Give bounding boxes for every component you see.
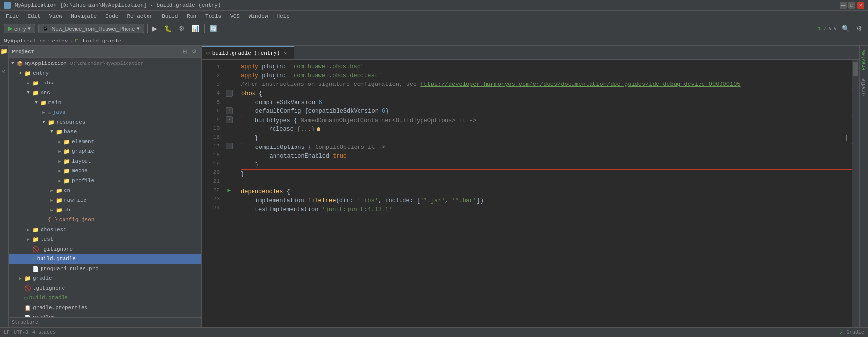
maximize-button[interactable]: □ — [848, 2, 855, 9]
sync-button[interactable]: 🔄 — [208, 24, 219, 33]
fold-ohos[interactable] — [226, 90, 233, 97]
tree-item-gradlew[interactable]: ▶ 📄 gradlew — [9, 313, 201, 317]
tree-item-gradle-folder[interactable]: ▶ 📁 gradle — [9, 274, 201, 283]
fold-buildtypes[interactable] — [226, 116, 233, 123]
close-button[interactable]: ✕ — [857, 2, 864, 9]
code-ohos-4: ohos — [241, 89, 255, 98]
menu-vcs[interactable]: VCS — [226, 12, 244, 20]
tree-item-resources[interactable]: ▼ 📁 resources — [9, 117, 201, 127]
menu-tools[interactable]: Tools — [201, 12, 225, 20]
editor-tab-build-gradle[interactable]: ⚙ build.gradle (:entry) ✕ — [202, 46, 294, 59]
search-everywhere-button[interactable]: 🔍 — [840, 24, 851, 33]
tree-item-build-gradle-entry[interactable]: ▶ ⚙ build.gradle — [9, 254, 201, 264]
collapse-all-button[interactable]: ≡ — [173, 48, 179, 55]
expand-all-button[interactable]: ⊞ — [181, 48, 189, 55]
menu-window[interactable]: Window — [245, 12, 272, 20]
line-num-16: 16 — [202, 133, 224, 142]
resources-folder-icon: 📁 — [48, 119, 55, 126]
build-button[interactable]: ⚙ — [177, 24, 187, 33]
tree-item-rawfile[interactable]: ▶ 📁 rawfile — [9, 195, 201, 205]
scrollbar-overview[interactable] — [852, 61, 859, 327]
tree-arrow-base: ▼ — [49, 129, 54, 134]
menu-edit[interactable]: Edit — [23, 12, 44, 20]
tree-arrow-layout: ▶ — [57, 159, 62, 164]
editor-area: ⚙ build.gradle (:entry) ✕ 1 2 3 4 5 6 9 … — [202, 46, 859, 327]
run-config-label: entry — [14, 26, 26, 32]
chevron-up-icon[interactable]: ∧ — [828, 25, 832, 32]
debug-button[interactable]: 🐛 — [162, 24, 174, 33]
tree-item-profile[interactable]: ▶ 📁 profile — [9, 176, 201, 186]
structure-side-icon[interactable]: S — [1, 57, 8, 86]
tree-item-base[interactable]: ▼ 📁 base — [9, 127, 201, 137]
tree-item-libs[interactable]: ▶ 📁 libs — [9, 78, 201, 88]
tree-item-gradle-properties[interactable]: ▶ 📋 gradle.properties — [9, 303, 201, 313]
preview-panel-tab[interactable]: Preview — [860, 46, 868, 74]
tree-item-build-gradle-root[interactable]: ▶ ⚙ build.gradle — [9, 293, 201, 303]
fold-6[interactable] — [224, 106, 235, 115]
tree-item-en[interactable]: ▶ 📁 en — [9, 186, 201, 195]
fold-4[interactable] — [224, 89, 235, 98]
tree-item-test[interactable]: ▶ 📁 test — [9, 234, 201, 244]
line-num-3: 3 — [202, 80, 224, 89]
menu-file[interactable]: File — [2, 12, 22, 20]
tree-item-myapplication[interactable]: ▼ 📦 MyApplication D:\zhuomian\MyApplicat… — [9, 59, 201, 68]
breadcrumb-file[interactable]: 🗒 — [74, 38, 80, 44]
fold-defaultconfig[interactable] — [226, 107, 233, 114]
tree-item-graphic[interactable]: ▶ 📁 graphic — [9, 147, 201, 156]
menu-code[interactable]: Code — [102, 12, 122, 20]
menu-run[interactable]: Run — [183, 12, 200, 20]
settings-button[interactable]: ⚙ — [854, 24, 864, 33]
tree-item-layout[interactable]: ▶ 📁 layout — [9, 156, 201, 166]
minimize-button[interactable]: — — [840, 2, 847, 9]
tree-item-entry[interactable]: ▼ 📁 entry — [9, 68, 201, 78]
tree-label-src: src — [41, 90, 50, 96]
fold-9[interactable] — [224, 115, 235, 124]
src-folder-icon: 📁 — [32, 90, 39, 96]
tree-item-ohostest[interactable]: ▶ 📁 ohosTest — [9, 225, 201, 234]
menu-build[interactable]: Build — [158, 12, 182, 20]
tree-item-config-json[interactable]: ▶ { } config.json — [9, 215, 201, 225]
breadcrumb-entry[interactable]: entry — [52, 38, 68, 44]
gradle-panel-tab[interactable]: Gradle — [860, 74, 868, 100]
tree-item-element[interactable]: ▶ 📁 element — [9, 137, 201, 147]
tree-item-java[interactable]: ▶ ☕ java — [9, 107, 201, 117]
structure-tab-panel[interactable]: Structure — [9, 317, 201, 327]
tree-item-gitignore-root[interactable]: ▶ 🚫 .gitignore — [9, 283, 201, 293]
title-bar-controls[interactable]: — □ ✕ — [840, 2, 864, 9]
tree-item-zh[interactable]: ▶ 📁 zh — [9, 205, 201, 215]
tree-item-main[interactable]: ▼ 📁 main — [9, 98, 201, 107]
tree-item-media[interactable]: ▶ 📁 media — [9, 166, 201, 176]
tree-label-build-gradle-root: build.gradle — [29, 295, 68, 301]
menu-navigate[interactable]: Navigate — [67, 12, 101, 20]
tree-item-src[interactable]: ▼ 📁 src — [9, 88, 201, 98]
fold-23 — [224, 194, 235, 203]
tree-arrow-java: ▶ — [42, 110, 46, 115]
chevron-down-icon[interactable]: ∨ — [833, 25, 837, 32]
tree-item-gitignore-entry[interactable]: ▶ 🚫 .gitignore — [9, 244, 201, 254]
expand-deps-arrow[interactable]: ▶ — [227, 187, 231, 194]
run-config-selector[interactable]: ▶ entry ▾ — [4, 24, 35, 33]
menu-refactor[interactable]: Refactor — [123, 12, 157, 20]
code-area[interactable]: apply plugin: 'com.huawei.ohos.hap' appl… — [235, 60, 852, 327]
run-button[interactable]: ▶ — [150, 24, 159, 33]
fold-24 — [224, 203, 235, 212]
fold-17[interactable] — [224, 142, 235, 150]
fold-22[interactable]: ▶ — [224, 186, 235, 194]
device-selector-button[interactable]: 📱 New_Device_from_Huawei_Phone ▾ — [38, 24, 144, 33]
tab-close-button[interactable]: ✕ — [283, 50, 288, 57]
fold-compileoptions[interactable] — [226, 143, 233, 149]
ohostest-folder-icon: 📁 — [32, 227, 39, 233]
breadcrumb-filename[interactable]: build.gradle — [83, 38, 121, 44]
run-config-icon: ▶ — [8, 25, 12, 32]
status-ok: ✓ — [840, 330, 843, 336]
project-icon[interactable]: 📁 — [1, 48, 8, 55]
menu-help[interactable]: Help — [273, 12, 294, 20]
menu-view[interactable]: View — [45, 12, 66, 20]
scrollbar-thumb[interactable] — [853, 62, 858, 76]
breadcrumb-app[interactable]: MyApplication — [4, 38, 46, 44]
cursor-16: | — [845, 134, 848, 143]
profile-button[interactable]: 📊 — [190, 24, 201, 33]
tree-item-proguard[interactable]: ▶ 📄 proguard-rules.pro — [9, 264, 201, 274]
panel-settings-button[interactable]: ⚙ — [191, 48, 198, 55]
tree-label-layout: layout — [72, 158, 91, 164]
